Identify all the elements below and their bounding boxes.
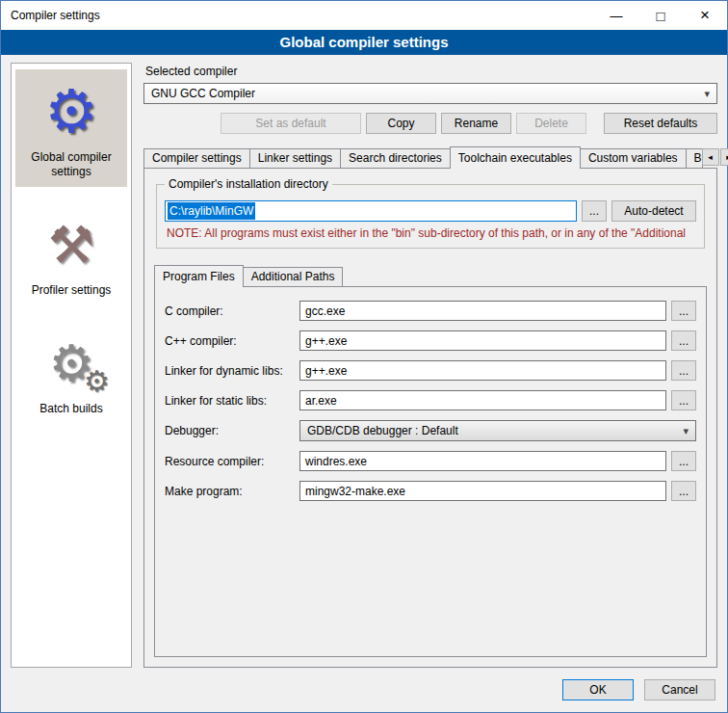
resource-compiler-value: windres.exe [305, 455, 367, 468]
settings-category-sidebar: ⚙ Global compiler settings ⚒ Profiler se… [11, 63, 132, 668]
ok-button[interactable]: OK [562, 679, 634, 700]
rename-button[interactable]: Rename [441, 113, 511, 134]
minimize-icon: — [611, 9, 623, 23]
bin-subdirectory-note: NOTE: All programs must exist either in … [167, 226, 694, 240]
linker-dynamic-row: Linker for dynamic libs: g++.exe ... [165, 360, 696, 381]
close-button[interactable]: × [683, 1, 727, 30]
chevron-down-icon: ▾ [704, 88, 710, 100]
content-area: ⚙ Global compiler settings ⚒ Profiler se… [1, 55, 727, 673]
linker-static-browse-button[interactable]: ... [671, 390, 696, 410]
make-program-label: Make program: [165, 485, 299, 498]
resource-compiler-input[interactable]: windres.exe [299, 451, 666, 471]
resource-compiler-browse-button[interactable]: ... [671, 451, 696, 471]
cancel-button[interactable]: Cancel [644, 679, 715, 700]
linker-dynamic-browse-button[interactable]: ... [671, 360, 696, 381]
installation-directory-browse-button[interactable]: ... [582, 200, 607, 222]
window-controls: — □ × [594, 1, 727, 30]
debugger-value: GDB/CDB debugger : Default [307, 424, 677, 437]
sidebar-item-label: Global compiler settings [17, 150, 125, 179]
installation-directory-row: C:\raylib\MinGW ... Auto-detect [165, 200, 696, 222]
dialog-header: Global compiler settings [1, 30, 727, 55]
set-as-default-button[interactable]: Set as default [221, 113, 361, 134]
settings-tab-strip: Compiler settings Linker settings Search… [143, 145, 717, 168]
delete-button[interactable]: Delete [516, 113, 586, 134]
tab-custom-variables[interactable]: Custom variables [580, 148, 687, 168]
gray-gear-small-icon: ⚙ [84, 367, 110, 396]
batch-builds-icon-wrap: ⚙ ⚙ [17, 329, 125, 398]
debugger-row: Debugger: GDB/CDB debugger : Default ▾ [165, 420, 696, 441]
compiler-settings-window: Compiler settings — □ × Global compiler … [0, 0, 728, 713]
maximize-icon: □ [656, 8, 664, 24]
make-program-row: Make program: mingw32-make.exe ... [165, 481, 696, 501]
linker-static-row: Linker for static libs: ar.exe ... [165, 390, 696, 410]
c-compiler-browse-button[interactable]: ... [671, 301, 696, 321]
tab-toolchain-executables[interactable]: Toolchain executables [450, 146, 581, 169]
minimize-button[interactable]: — [594, 1, 638, 30]
make-program-browse-button[interactable]: ... [671, 481, 696, 501]
tab-additional-paths[interactable]: Additional Paths [243, 267, 344, 286]
dialog-footer: OK Cancel [1, 673, 727, 712]
global-compiler-settings-icon-wrap: ⚙ [17, 77, 125, 146]
maximize-button[interactable]: □ [638, 1, 683, 30]
sidebar-item-label: Profiler settings [32, 283, 112, 298]
tab-scroll-controls: ◂ ▸ [702, 148, 728, 168]
arrow-left-icon: ◂ [708, 152, 713, 162]
resource-compiler-label: Resource compiler: [165, 455, 299, 468]
linker-static-label: Linker for static libs: [165, 394, 299, 408]
cpp-compiler-browse-button[interactable]: ... [671, 330, 696, 351]
linker-dynamic-label: Linker for dynamic libs: [165, 364, 299, 378]
linker-dynamic-value: g++.exe [305, 364, 347, 378]
debugger-dropdown[interactable]: GDB/CDB debugger : Default ▾ [299, 420, 696, 441]
reset-defaults-button[interactable]: Reset defaults [604, 113, 717, 134]
blue-gear-icon: ⚙ [44, 82, 98, 142]
profiler-settings-icon-wrap: ⚒ [17, 210, 125, 279]
tab-scroll-left-button[interactable]: ◂ [702, 148, 719, 166]
sidebar-item-batch-builds[interactable]: ⚙ ⚙ Batch builds [15, 321, 127, 424]
installation-directory-group: Compiler's installation directory C:\ray… [156, 184, 705, 249]
c-compiler-row: C compiler: gcc.exe ... [165, 301, 696, 321]
button-gap [591, 113, 599, 134]
toolchain-executables-panel: Compiler's installation directory C:\ray… [143, 168, 717, 668]
copy-button[interactable]: Copy [366, 113, 436, 134]
cpp-compiler-label: C++ compiler: [165, 334, 299, 348]
close-icon: × [700, 6, 710, 25]
cpp-compiler-value: g++.exe [305, 334, 347, 348]
cpp-compiler-row: C++ compiler: g++.exe ... [165, 330, 696, 351]
installation-directory-input[interactable]: C:\raylib\MinGW [165, 200, 577, 222]
profiler-tool-icon: ⚒ [48, 219, 94, 271]
make-program-input[interactable]: mingw32-make.exe [299, 481, 666, 501]
installation-directory-group-label: Compiler's installation directory [165, 177, 332, 191]
linker-dynamic-input[interactable]: g++.exe [299, 360, 666, 381]
sidebar-item-profiler-settings[interactable]: ⚒ Profiler settings [15, 202, 127, 305]
tab-compiler-settings[interactable]: Compiler settings [143, 148, 250, 168]
sidebar-item-global-compiler-settings[interactable]: ⚙ Global compiler settings [15, 69, 127, 187]
c-compiler-label: C compiler: [165, 304, 299, 318]
linker-static-value: ar.exe [305, 394, 337, 408]
program-files-panel: C compiler: gcc.exe ... C++ compiler: g+… [154, 286, 707, 657]
selected-compiler-label: Selected compiler [145, 65, 717, 78]
main-panel: Selected compiler GNU GCC Compiler ▾ Set… [143, 63, 717, 668]
debugger-label: Debugger: [165, 424, 299, 437]
installation-directory-value: C:\raylib\MinGW [168, 202, 255, 220]
auto-detect-button[interactable]: Auto-detect [611, 200, 696, 222]
chevron-down-icon: ▾ [683, 425, 689, 437]
window-title: Compiler settings [1, 9, 100, 22]
tab-program-files[interactable]: Program Files [154, 265, 244, 287]
tab-search-directories[interactable]: Search directories [340, 148, 451, 168]
program-files-tab-strip: Program Files Additional Paths [154, 264, 707, 286]
make-program-value: mingw32-make.exe [305, 485, 405, 498]
linker-static-input[interactable]: ar.exe [299, 390, 666, 410]
tab-scroll-right-button[interactable]: ▸ [720, 148, 728, 166]
sidebar-item-label: Batch builds [39, 402, 102, 416]
resource-compiler-row: Resource compiler: windres.exe ... [165, 451, 696, 471]
titlebar: Compiler settings — □ × [1, 1, 727, 30]
selected-compiler-value: GNU GCC Compiler [151, 87, 698, 100]
cpp-compiler-input[interactable]: g++.exe [299, 330, 666, 351]
selected-compiler-dropdown[interactable]: GNU GCC Compiler ▾ [143, 83, 717, 104]
c-compiler-value: gcc.exe [305, 304, 345, 318]
compiler-actions-row: Set as default Copy Rename Delete Reset … [143, 113, 717, 134]
tab-linker-settings[interactable]: Linker settings [249, 148, 341, 168]
c-compiler-input[interactable]: gcc.exe [299, 301, 666, 321]
tab-build-options-truncated[interactable]: Buil [686, 148, 703, 168]
